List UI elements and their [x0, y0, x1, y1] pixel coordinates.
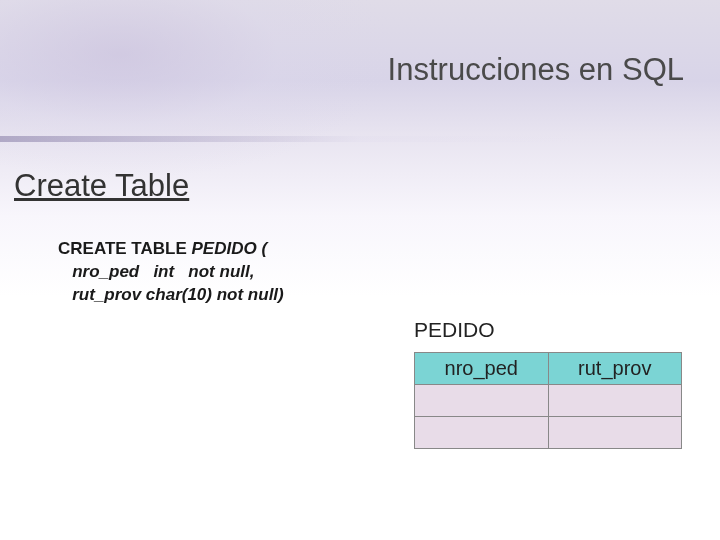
table-cell [415, 385, 549, 417]
table-header-cell: rut_prov [548, 353, 682, 385]
table-name-label: PEDIDO [414, 318, 495, 342]
section-heading: Create Table [14, 168, 189, 204]
table-cell [548, 385, 682, 417]
table-cell [415, 417, 549, 449]
table-header-row: nro_ped rut_prov [415, 353, 682, 385]
table-row [415, 385, 682, 417]
code-keyword: CREATE TABLE [58, 239, 191, 258]
background-overlay [0, 0, 400, 180]
slide-title: Instrucciones en SQL [388, 52, 684, 88]
table-row [415, 417, 682, 449]
table-header-cell: nro_ped [415, 353, 549, 385]
code-ident: PEDIDO ( [191, 239, 267, 258]
code-line: nro_ped int not null, [58, 262, 254, 281]
code-line: rut_prov char(10) not null) [58, 285, 284, 304]
sql-code-block: CREATE TABLE PEDIDO ( nro_ped int not nu… [58, 238, 284, 307]
pedido-table: nro_ped rut_prov [414, 352, 682, 449]
divider-bar [0, 136, 720, 142]
table-cell [548, 417, 682, 449]
